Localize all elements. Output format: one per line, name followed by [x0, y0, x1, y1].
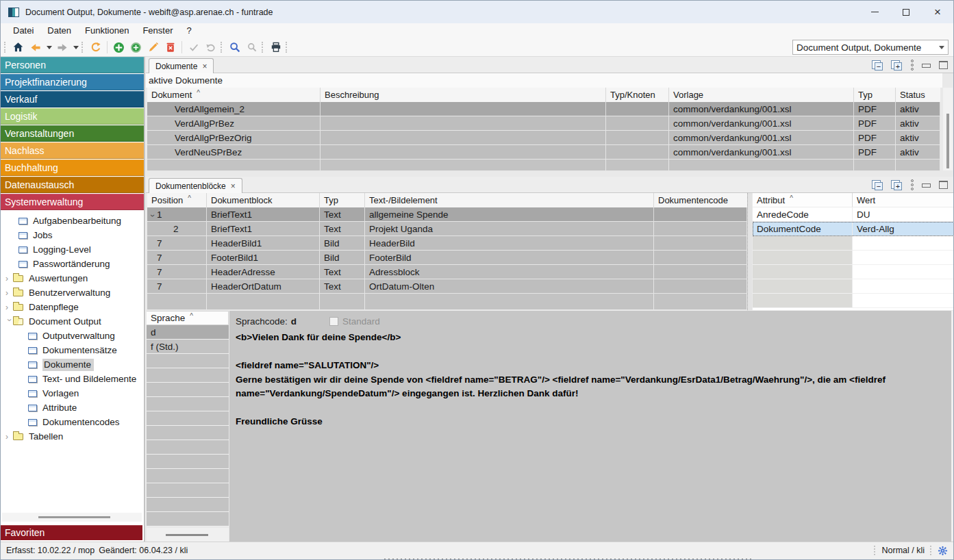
table-row[interactable]: 1 BriefText1 Text allgemeine Spende [147, 207, 747, 222]
menu-fenster[interactable]: Fenster [136, 24, 179, 38]
chevron-right-icon[interactable] [5, 288, 13, 298]
tree-item-auswertungen[interactable]: Auswertungen [1, 271, 144, 285]
chevron-right-icon[interactable] [5, 274, 13, 283]
editor-scroll-strip[interactable] [951, 311, 954, 542]
sidebar-module-systemverwaltung[interactable]: Systemverwaltung [1, 194, 144, 210]
column-header-vorlage[interactable]: Vorlage [669, 88, 854, 102]
attribute-row-selected[interactable]: DokumentCode Verd-Allg [753, 222, 954, 236]
tree-item-datenpflege[interactable]: Datenpflege [1, 300, 144, 314]
table-row[interactable]: VerdAllgPrBezOrig common/verdankung/001.… [147, 131, 940, 145]
text-block-editor[interactable]: Sprachcode: d Standard <b>Vielen Dank fü… [229, 311, 951, 542]
column-header-position[interactable]: Position [147, 193, 207, 207]
table-row[interactable]: VerdAllgPrBez common/verdankung/001.xsl … [147, 116, 940, 131]
language-horizontal-scrollbar[interactable] [147, 528, 229, 542]
row-expander-icon[interactable] [148, 214, 158, 217]
panel-splitter[interactable] [146, 172, 954, 177]
tab-close-icon[interactable] [231, 181, 236, 191]
documents-vertical-scrollbar[interactable] [943, 88, 953, 170]
standard-checkbox[interactable] [329, 317, 338, 326]
print-button[interactable] [267, 39, 284, 55]
attribute-row[interactable]: AnredeCode DU [753, 207, 954, 222]
language-row-d[interactable]: d [147, 325, 229, 340]
table-row[interactable]: VerdNeuSPrBez common/verdankung/001.xsl … [147, 145, 940, 160]
tree-item-dokumente[interactable]: Dokumente [1, 357, 144, 372]
scrollbar-thumb[interactable] [166, 534, 208, 536]
sidebar-favorites[interactable]: Favoriten [1, 525, 142, 540]
sidebar-horizontal-scrollbar[interactable] [2, 513, 142, 522]
forward-button[interactable] [53, 39, 71, 55]
tab-close-icon[interactable] [202, 62, 207, 71]
undo-button[interactable] [202, 39, 219, 55]
sidebar-module-buchhaltung[interactable]: Buchhaltung [1, 160, 144, 176]
menu-datei[interactable]: Datei [6, 24, 40, 38]
tree-item-logging-level[interactable]: Logging-Level [1, 242, 144, 257]
column-header-attribut[interactable]: Attribut [753, 193, 853, 207]
tree-item-vorlagen[interactable]: Vorlagen [1, 386, 144, 400]
forward-history-button[interactable] [71, 39, 80, 55]
column-header-status[interactable]: Status [896, 88, 940, 102]
column-header-beschreibung[interactable]: Beschreibung [321, 88, 606, 102]
delete-button[interactable] [162, 39, 179, 55]
add-button[interactable] [110, 39, 127, 55]
sidebar-module-datenaustausch[interactable]: Datenaustausch [1, 177, 144, 193]
tree-item-benutzerverwaltung[interactable]: Benutzerverwaltung [1, 285, 144, 300]
tree-item-dokumentensaetze[interactable]: Dokumentensätze [1, 343, 144, 357]
panel-maximize-button[interactable] [939, 181, 948, 189]
table-row[interactable]: 7 FooterBild1 Bild FooterBild [147, 251, 747, 265]
panel-minimize-button[interactable] [922, 183, 931, 188]
collapse-all-button[interactable]: − [872, 60, 883, 71]
table-row[interactable]: 7 HeaderBild1 Bild HeaderBild [147, 236, 747, 251]
language-row-f[interactable]: f (Std.) [147, 340, 229, 354]
tree-item-aufgabenbearbeitung[interactable]: Aufgabenbearbeitung [1, 214, 144, 228]
column-header-element[interactable]: Text-/Bildelement [365, 193, 654, 207]
tab-dokumentenbloecke[interactable]: Dokumentenblöcke [149, 178, 242, 193]
refresh-button[interactable] [87, 39, 104, 55]
close-button[interactable] [922, 1, 953, 23]
panel-maximize-button[interactable] [939, 61, 948, 69]
chevron-right-icon[interactable] [5, 303, 13, 312]
tree-item-tabellen[interactable]: Tabellen [1, 429, 144, 444]
tab-dokumente[interactable]: Dokumente [149, 58, 214, 73]
sidebar-module-veranstaltungen[interactable]: Veranstaltungen [1, 125, 144, 142]
back-button[interactable] [27, 39, 44, 55]
tree-item-outputverwaltung[interactable]: Outputverwaltung [1, 329, 144, 343]
search-button[interactable] [226, 39, 243, 55]
confirm-button[interactable] [185, 39, 202, 55]
tree-item-document-output[interactable]: Document Output [1, 314, 144, 329]
tree-item-dokumentencodes[interactable]: Dokumentencodes [1, 415, 144, 429]
scrollbar-thumb[interactable] [946, 114, 949, 168]
column-header-dokumentencode[interactable]: Dokumentencode [654, 193, 747, 207]
menu-daten[interactable]: Daten [40, 24, 78, 38]
column-header-typ[interactable]: Typ [320, 193, 365, 207]
column-header-typ-knoten[interactable]: Typ/Knoten [606, 88, 669, 102]
edit-button[interactable] [145, 39, 162, 55]
expand-all-button[interactable]: + [891, 180, 902, 190]
search-secondary-button[interactable] [243, 39, 260, 55]
window-selector-combo[interactable]: Document Output, Dokumente [792, 40, 949, 55]
sidebar-module-verkauf[interactable]: Verkauf [1, 91, 144, 107]
gear-icon[interactable] [938, 546, 948, 556]
menu-help[interactable]: ? [179, 24, 198, 38]
sidebar-module-nachlass[interactable]: Nachlass [1, 142, 144, 159]
column-header-wert[interactable]: Wert [853, 193, 954, 207]
maximize-button[interactable] [890, 1, 922, 23]
column-header-typ[interactable]: Typ [854, 88, 896, 102]
table-row[interactable]: 7 HeaderOrtDatum Text OrtDatum-Olten [147, 279, 747, 294]
collapse-all-button[interactable]: − [872, 180, 883, 190]
minimize-button[interactable] [859, 1, 890, 23]
menu-funktionen[interactable]: Funktionen [78, 24, 136, 38]
back-history-button[interactable] [44, 39, 53, 55]
blocks-vertical-scrollbar[interactable] [747, 193, 752, 310]
table-row[interactable]: 2 BriefText1 Text Projekt Uganda [147, 222, 747, 236]
add-copy-button[interactable] [127, 39, 145, 55]
tree-item-attribute[interactable]: Attribute [1, 400, 144, 415]
panel-menu-button[interactable] [910, 60, 914, 71]
table-row[interactable]: VerdAllgemein_2 common/verdankung/001.xs… [147, 102, 940, 116]
sidebar-module-projektfinanzierung[interactable]: Projektfinanzierung [1, 74, 144, 90]
sidebar-module-personen[interactable]: Personen [1, 57, 144, 73]
language-header[interactable]: Sprache [147, 311, 229, 325]
column-header-dokument[interactable]: Dokument [147, 88, 321, 102]
chevron-right-icon[interactable] [5, 432, 13, 442]
sidebar-module-logistik[interactable]: Logistik [1, 108, 144, 125]
tree-item-jobs[interactable]: Jobs [1, 228, 144, 242]
